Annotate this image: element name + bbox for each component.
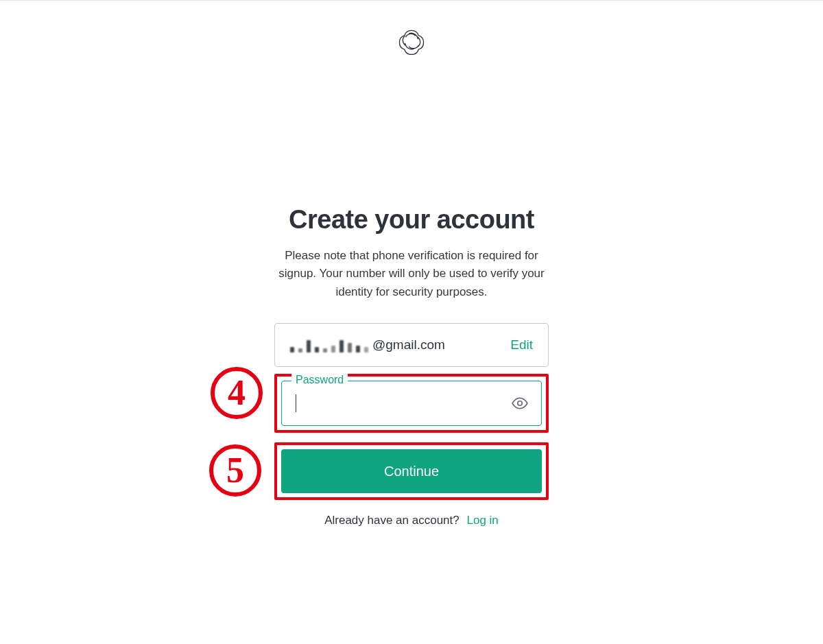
show-password-icon[interactable] bbox=[511, 394, 529, 412]
page-title: Create your account bbox=[274, 205, 549, 235]
already-text: Already have an account? bbox=[324, 514, 460, 527]
password-input[interactable] bbox=[296, 381, 511, 425]
already-have-account: Already have an account? Log in bbox=[274, 514, 549, 527]
email-value: @gmail.com bbox=[290, 337, 510, 353]
annotation-badge-4: 4 bbox=[211, 367, 263, 419]
log-in-link[interactable]: Log in bbox=[467, 514, 499, 527]
password-field-container: Password bbox=[281, 381, 542, 426]
email-display-box: @gmail.com Edit bbox=[274, 323, 549, 367]
header-logo-container bbox=[0, 0, 823, 58]
page-subtitle: Please note that phone verification is r… bbox=[274, 247, 549, 301]
email-domain-suffix: @gmail.com bbox=[372, 337, 445, 353]
annotation-badge-5: 5 bbox=[209, 444, 261, 497]
password-label: Password bbox=[291, 374, 348, 386]
email-local-part-blurred bbox=[290, 337, 368, 353]
annotation-highlight-password: Password bbox=[274, 374, 549, 433]
edit-email-link[interactable]: Edit bbox=[510, 337, 533, 353]
svg-point-0 bbox=[518, 401, 523, 406]
signup-card: Create your account Please note that pho… bbox=[274, 205, 549, 527]
openai-logo-icon bbox=[398, 45, 425, 57]
top-divider bbox=[0, 0, 823, 1]
continue-button[interactable]: Continue bbox=[281, 449, 542, 493]
annotation-highlight-continue: Continue bbox=[274, 442, 549, 500]
